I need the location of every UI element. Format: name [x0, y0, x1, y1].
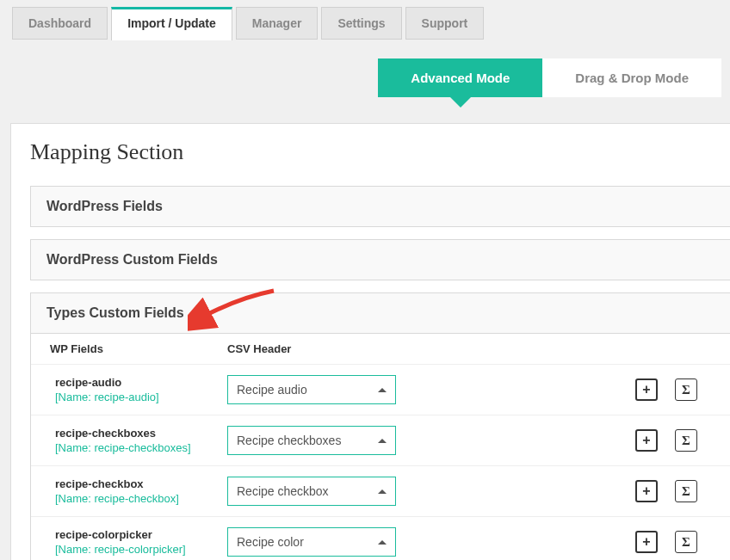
- field-id: recipe-checkbox: [55, 477, 227, 490]
- tab-import-update[interactable]: Import / Update: [111, 7, 232, 40]
- field-row: recipe-checkboxes [Name: recipe-checkbox…: [31, 415, 730, 465]
- caret-up-icon: [378, 489, 387, 494]
- caret-up-icon: [378, 540, 387, 545]
- csv-header-select[interactable]: Recipe checkbox: [227, 477, 396, 506]
- field-row: recipe-audio [Name: recipe-audio] Recipe…: [31, 364, 730, 415]
- table-head: WP Fields CSV Header: [31, 334, 730, 364]
- mode-dragdrop-button[interactable]: Drag & Drop Mode: [542, 58, 721, 97]
- select-value: Recipe audio: [237, 383, 307, 397]
- select-value: Recipe color: [237, 535, 304, 549]
- tab-settings[interactable]: Settings: [321, 7, 401, 40]
- sigma-button[interactable]: [675, 378, 697, 401]
- add-button[interactable]: +: [635, 480, 658, 502]
- field-row: recipe-checkbox [Name: recipe-checkbox] …: [31, 465, 730, 516]
- csv-header-select[interactable]: Recipe color: [227, 527, 396, 557]
- caret-up-icon: [378, 388, 387, 392]
- add-button[interactable]: +: [635, 378, 658, 401]
- select-value: Recipe checkbox: [237, 484, 329, 498]
- field-label: recipe-colorpicker [Name: recipe-colorpi…: [46, 528, 227, 556]
- sigma-button[interactable]: [675, 531, 697, 553]
- field-name-hint: [Name: recipe-audio]: [55, 391, 227, 403]
- sigma-button[interactable]: [675, 480, 697, 502]
- caret-up-icon: [378, 439, 387, 443]
- tab-support[interactable]: Support: [405, 7, 485, 40]
- field-label: recipe-audio [Name: recipe-audio]: [46, 376, 227, 403]
- types-custom-fields-body: WP Fields CSV Header recipe-audio [Name:…: [30, 334, 730, 560]
- add-button[interactable]: +: [635, 429, 658, 452]
- field-id: recipe-audio: [55, 376, 227, 389]
- field-row: recipe-colorpicker [Name: recipe-colorpi…: [31, 516, 730, 560]
- mode-switcher: Advanced Mode Drag & Drop Mode: [0, 58, 730, 97]
- mapping-panel: Mapping Section WordPress Fields WordPre…: [10, 123, 730, 560]
- col-header-csv: CSV Header: [227, 342, 417, 355]
- tab-manager[interactable]: Manager: [236, 7, 319, 40]
- top-tabs: Dashboard Import / Update Manager Settin…: [0, 0, 730, 40]
- field-id: recipe-colorpicker: [55, 528, 227, 541]
- add-button[interactable]: +: [635, 531, 658, 553]
- col-header-wp-fields: WP Fields: [46, 342, 227, 355]
- sigma-button[interactable]: [675, 429, 697, 452]
- field-name-hint: [Name: recipe-checkboxes]: [55, 441, 227, 454]
- csv-header-select[interactable]: Recipe audio: [227, 375, 396, 404]
- accordion-wordpress-fields[interactable]: WordPress Fields: [30, 186, 730, 227]
- csv-header-select[interactable]: Recipe checkboxes: [227, 426, 396, 455]
- field-label: recipe-checkboxes [Name: recipe-checkbox…: [46, 427, 227, 454]
- select-value: Recipe checkboxes: [237, 434, 341, 447]
- accordion-types-custom-fields[interactable]: Types Custom Fields: [30, 292, 730, 334]
- field-label: recipe-checkbox [Name: recipe-checkbox]: [46, 477, 227, 505]
- page-title: Mapping Section: [30, 139, 730, 165]
- field-id: recipe-checkboxes: [55, 427, 227, 440]
- accordion-wordpress-custom-fields[interactable]: WordPress Custom Fields: [30, 239, 730, 280]
- field-name-hint: [Name: recipe-checkbox]: [55, 492, 227, 505]
- field-name-hint: [Name: recipe-colorpicker]: [55, 543, 227, 556]
- tab-dashboard[interactable]: Dashboard: [12, 7, 108, 40]
- mode-advanced-button[interactable]: Advanced Mode: [378, 58, 542, 97]
